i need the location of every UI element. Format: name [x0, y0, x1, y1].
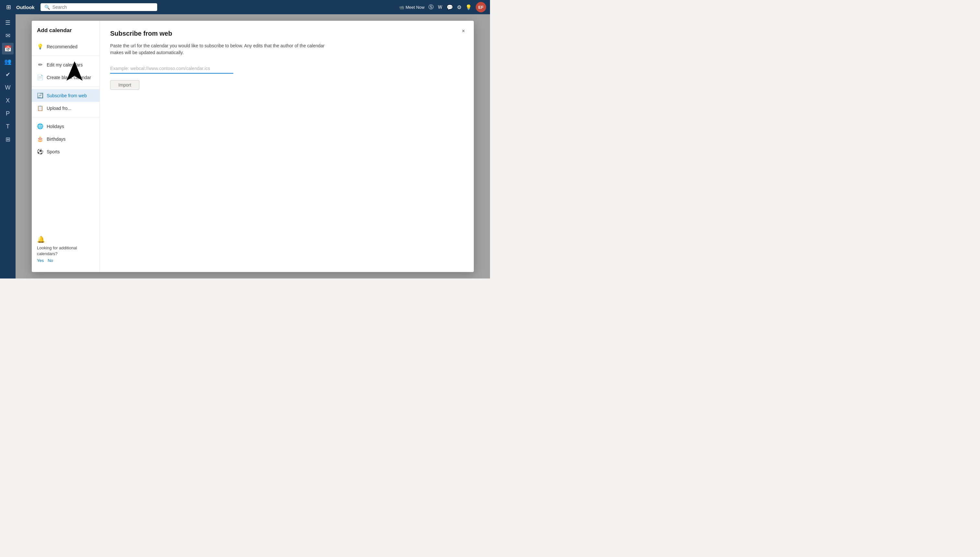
nav-icon-grid[interactable]: ⊞ [2, 134, 14, 145]
main-layout: ☰ ✉ 📅 👥 ✔ W X P T ⊞ Add calendar 💡 Recom… [0, 14, 490, 278]
sports-icon: ⚽ [37, 148, 44, 155]
modal-right-content: Subscribe from web × Paste the url for t… [100, 21, 474, 272]
modal-sidebar: Add calendar 💡 Recommended ✏ Edit my cal… [32, 21, 100, 272]
edit-calendars-icon: ✏ [37, 62, 44, 68]
topbar: ⊞ Outlook 🔍 📹Meet Now Ⓢ Ｗ 💬 ⚙ 💡 EF [0, 0, 490, 14]
modal-description: Paste the url for the calendar you would… [110, 42, 337, 56]
holidays-label: Holidays [47, 124, 64, 129]
edit-calendars-label: Edit my calendars [47, 62, 83, 67]
birthdays-label: Birthdays [47, 137, 65, 142]
footer-icon: 🔔 [37, 235, 94, 243]
search-box[interactable]: 🔍 [41, 3, 157, 11]
nav-divider-3 [32, 117, 99, 117]
nav-icon-ppt[interactable]: P [2, 107, 14, 119]
avatar[interactable]: EF [476, 2, 486, 12]
create-blank-icon: 📄 [37, 74, 44, 80]
settings-icon[interactable]: ⚙ [457, 4, 462, 10]
feedback-icon[interactable]: 💬 [447, 4, 453, 10]
nav-divider-2 [32, 86, 99, 86]
modal-close-button[interactable]: × [458, 26, 469, 36]
nav-icon-people[interactable]: 👥 [2, 56, 14, 67]
nav-icon-tasks[interactable]: ✔ [2, 69, 14, 80]
create-blank-label: Create blank calendar [47, 75, 91, 80]
nav-icon-excel[interactable]: X [2, 94, 14, 106]
sidebar-item-edit-calendars[interactable]: ✏ Edit my calendars [32, 59, 99, 71]
sidebar-item-recommended[interactable]: 💡 Recommended [32, 40, 99, 53]
sports-label: Sports [47, 149, 60, 154]
footer-links: Yes No [37, 258, 94, 263]
calendar-url-input[interactable] [110, 64, 233, 73]
app-name: Outlook [16, 5, 35, 10]
subscribe-web-label: Subscribe from web [47, 93, 87, 98]
search-icon: 🔍 [44, 5, 50, 10]
modal-sidebar-footer: 🔔 Looking for additional calendars? Yes … [32, 231, 99, 267]
sidebar-item-create-blank[interactable]: 📄 Create blank calendar [32, 71, 99, 84]
skype-icon[interactable]: Ⓢ [428, 4, 434, 11]
holidays-icon: 🌐 [37, 123, 44, 129]
nav-icon-teams[interactable]: T [2, 121, 14, 132]
subscribe-web-icon: 🔄 [37, 93, 44, 99]
search-input[interactable] [52, 5, 153, 10]
upload-from-icon: 📋 [37, 105, 44, 111]
nav-icon-calendar[interactable]: 📅 [2, 43, 14, 54]
word-icon[interactable]: Ｗ [437, 4, 443, 11]
nav-icon-word[interactable]: W [2, 82, 14, 93]
recommended-label: Recommended [47, 44, 78, 49]
modal-content-title: Subscribe from web [110, 30, 463, 37]
sidebar-item-sports[interactable]: ⚽ Sports [32, 145, 99, 158]
birthdays-icon: 🎂 [37, 136, 44, 142]
import-button[interactable]: Import [110, 80, 139, 90]
sidebar-item-upload-from[interactable]: 📋 Upload fro... [32, 102, 99, 114]
outlook-sidebar: ☰ ✉ 📅 👥 ✔ W X P T ⊞ [0, 14, 16, 278]
sidebar-item-subscribe-web[interactable]: 🔄 Subscribe from web [32, 89, 99, 102]
sidebar-item-holidays[interactable]: 🌐 Holidays [32, 120, 99, 133]
recommended-icon: 💡 [37, 44, 44, 50]
add-calendar-modal: Add calendar 💡 Recommended ✏ Edit my cal… [32, 21, 474, 272]
nav-divider-1 [32, 55, 99, 56]
sidebar-item-birthdays[interactable]: 🎂 Birthdays [32, 133, 99, 145]
nav-icon-mail[interactable]: ✉ [2, 30, 14, 41]
footer-no-link[interactable]: No [48, 258, 53, 263]
help-icon[interactable]: 💡 [465, 4, 472, 10]
modal-title: Add calendar [32, 27, 99, 40]
calendar-main: Add calendar 💡 Recommended ✏ Edit my cal… [16, 14, 490, 278]
upload-from-label: Upload fro... [47, 106, 71, 111]
meet-now-button[interactable]: 📹Meet Now [399, 5, 424, 10]
nav-icon-menu[interactable]: ☰ [2, 17, 14, 29]
footer-yes-link[interactable]: Yes [37, 258, 44, 263]
footer-text: Looking for additional calendars? [37, 245, 94, 257]
topbar-right: 📹Meet Now Ⓢ Ｗ 💬 ⚙ 💡 EF [399, 2, 486, 12]
grid-icon[interactable]: ⊞ [4, 3, 13, 11]
